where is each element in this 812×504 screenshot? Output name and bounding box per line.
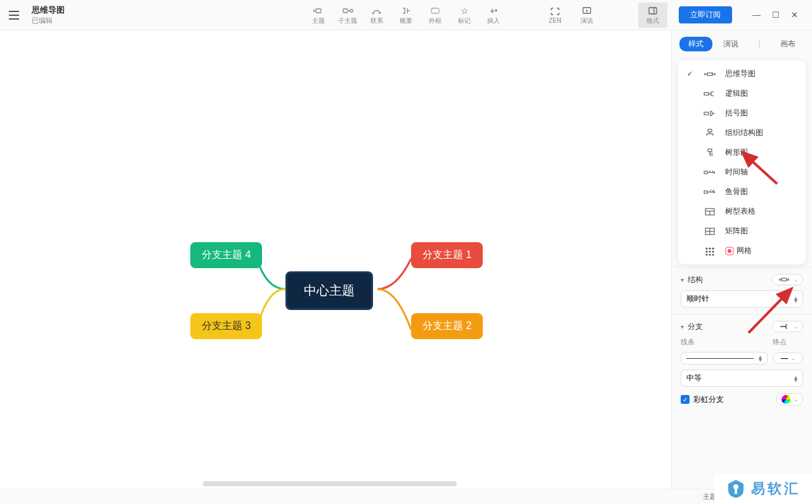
svg-point-19 (712, 247, 714, 249)
line-label: 线条 (681, 337, 768, 347)
tab-present[interactable]: 演说 (714, 37, 747, 51)
structure-logic[interactable]: 逻辑图 (678, 84, 806, 103)
plus-icon: +▾ (490, 5, 497, 16)
relation-icon (371, 5, 383, 16)
line-style-select[interactable]: ▴▾ (681, 352, 768, 365)
structure-bracket[interactable]: 括号图 (678, 103, 806, 123)
structure-grid[interactable]: 网格 (678, 241, 806, 261)
rainbow-checkbox[interactable]: ✓ (681, 395, 690, 404)
svg-point-27 (728, 249, 731, 253)
main-area: 中心主题 分支主题 4 分支主题 3 分支主题 1 分支主题 2 样式 演说 |… (0, 30, 812, 489)
watermark: 易软汇 (714, 474, 812, 504)
svg-point-23 (706, 254, 708, 255)
branch-label: 分支 (688, 321, 703, 332)
svg-rect-30 (735, 489, 737, 494)
logic-icon (702, 89, 717, 99)
svg-rect-4 (431, 8, 439, 13)
minimize-button[interactable]: — (752, 10, 761, 20)
toolbar-center: 主题 子主题 联系 概要 外框 ☆标记 +▾插入 (304, 3, 508, 28)
svg-point-22 (712, 250, 714, 252)
svg-point-21 (709, 250, 711, 252)
section-structure: ▾ 结构 ⌵ 顺时针▴▾ (672, 267, 812, 314)
sidebar-tabs: 样式 演说 | 画布 (672, 30, 812, 58)
svg-point-29 (733, 484, 738, 489)
timeline-icon (702, 167, 717, 178)
structure-org[interactable]: 组织结构图 (678, 123, 806, 143)
structure-direction-select[interactable]: 顺时针▴▾ (681, 290, 803, 307)
marker-button[interactable]: ☆标记 (450, 3, 479, 28)
zen-button[interactable]: ZEN (540, 3, 570, 28)
boundary-icon (429, 5, 441, 16)
branch-topic-3[interactable]: 分支主题 3 (190, 313, 262, 339)
maximize-button[interactable]: ☐ (772, 10, 780, 20)
subtheme-icon (342, 5, 353, 16)
structure-timeline[interactable]: 时间轴 (678, 162, 806, 182)
branch-style-select[interactable]: ⌵ (772, 321, 803, 332)
menu-button[interactable] (5, 6, 23, 24)
branch-curve-icon (778, 323, 790, 330)
svg-rect-8 (707, 73, 712, 75)
line-size-select[interactable]: 中等▴▾ (681, 370, 803, 387)
horizontal-scrollbar[interactable] (203, 481, 457, 486)
tab-canvas[interactable]: 画布 (771, 37, 804, 51)
chevron-down-icon[interactable]: ▾ (681, 323, 684, 330)
svg-rect-13 (704, 171, 707, 174)
insert-button[interactable]: +▾插入 (479, 3, 508, 28)
top-toolbar: 思维导图 已编辑 主题 子主题 联系 概要 外框 ☆标记 +▾插入 ZEN 演说… (0, 0, 812, 30)
treetable-icon (702, 207, 717, 217)
summary-button[interactable]: 概要 (391, 3, 421, 28)
branch-topic-2[interactable]: 分支主题 2 (411, 313, 483, 339)
svg-rect-6 (649, 8, 657, 14)
watermark-logo-icon (726, 479, 746, 499)
svg-rect-11 (708, 129, 712, 132)
mindmap-icon (702, 69, 717, 79)
present-button[interactable]: 演说 (572, 3, 601, 28)
title-block: 思维导图 已编辑 (32, 4, 65, 25)
panel-icon (648, 5, 658, 16)
svg-rect-10 (704, 112, 709, 115)
structure-treetable[interactable]: 树型表格 (678, 202, 806, 221)
subtheme-button[interactable]: 子主题 (333, 3, 362, 28)
grid-badge-icon (725, 247, 734, 255)
endpoint-select[interactable]: —⌵ (773, 352, 803, 364)
svg-rect-12 (708, 149, 712, 152)
branch-topic-1[interactable]: 分支主题 1 (411, 242, 483, 268)
zen-icon (550, 6, 560, 17)
matrix-icon (702, 226, 717, 236)
svg-rect-28 (782, 278, 787, 281)
bracket-icon (702, 108, 717, 119)
svg-rect-0 (316, 9, 321, 13)
subscribe-button[interactable]: 立即订阅 (679, 6, 732, 23)
document-title: 思维导图 (32, 4, 65, 16)
structure-mindmap[interactable]: ✓思维导图 (678, 64, 806, 84)
branch-topic-4[interactable]: 分支主题 4 (190, 242, 262, 268)
svg-point-20 (706, 250, 708, 252)
svg-point-25 (712, 254, 714, 255)
structure-type-select[interactable]: ⌵ (772, 274, 803, 285)
svg-point-17 (706, 247, 708, 249)
status-bar: 主题: 1 / 5 | 100% ▴▾ | 大纲 (0, 489, 812, 504)
svg-rect-14 (704, 191, 707, 193)
theme-icon (313, 5, 324, 16)
tree-icon (702, 148, 717, 158)
structure-fishbone[interactable]: 鱼骨图 (678, 182, 806, 202)
color-wheel-icon (782, 395, 790, 404)
rainbow-color-select[interactable]: ⌵ (776, 393, 803, 406)
close-button[interactable]: ✕ (791, 10, 798, 20)
chevron-down-icon[interactable]: ▾ (681, 276, 684, 283)
star-icon: ☆ (461, 5, 469, 16)
section-branch: ▾ 分支 ⌵ 线条 终点 ▴▾ (672, 314, 812, 412)
rainbow-label: 彩虹分支 (693, 394, 724, 405)
watermark-text: 易软汇 (751, 479, 801, 498)
canvas[interactable]: 中心主题 分支主题 4 分支主题 3 分支主题 1 分支主题 2 (0, 30, 671, 489)
boundary-button[interactable]: 外框 (421, 3, 450, 28)
tab-style[interactable]: 样式 (679, 37, 712, 51)
structure-tree[interactable]: 树形图 (678, 143, 806, 162)
theme-button[interactable]: 主题 (304, 3, 333, 28)
format-button[interactable]: 格式 (638, 3, 667, 28)
play-icon (582, 5, 592, 16)
svg-point-3 (372, 12, 374, 14)
center-topic[interactable]: 中心主题 (285, 271, 373, 310)
structure-matrix[interactable]: 矩阵图 (678, 221, 806, 241)
relation-button[interactable]: 联系 (362, 3, 391, 28)
